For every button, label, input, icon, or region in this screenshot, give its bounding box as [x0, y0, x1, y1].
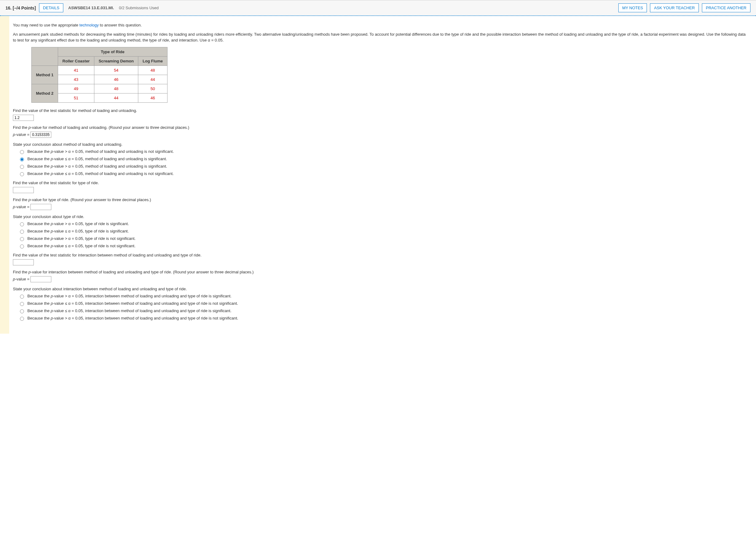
q9-option-label: Because the p-value > α = 0.05, interact… [27, 294, 231, 298]
q9-radio[interactable] [20, 317, 24, 321]
q6-option: Because the p-value ≤ α = 0.05, type of … [18, 243, 750, 248]
q6-option-label: Because the p-value ≤ α = 0.05, type of … [27, 229, 129, 233]
header-right: MY NOTES ASK YOUR TEACHER PRACTICE ANOTH… [618, 3, 750, 12]
q3-radio[interactable] [20, 150, 24, 154]
table-cell: 44 [138, 75, 167, 84]
row-method-1: Method 1 [32, 65, 58, 84]
q6-radio[interactable] [20, 230, 24, 234]
q6-radio[interactable] [20, 222, 24, 226]
q9-prompt: State your conclusion about interaction … [13, 287, 750, 291]
table-cell: 48 [138, 65, 167, 75]
pvalue-label-rest: -value = [15, 277, 30, 282]
row-method-2: Method 2 [32, 84, 58, 102]
ask-teacher-button[interactable]: ASK YOUR TEACHER [650, 3, 699, 12]
q8-input[interactable] [30, 276, 51, 282]
q3-option: Because the p-value > α = 0.05, method o… [18, 149, 750, 154]
col-screaming-demon: Screaming Demon [94, 56, 138, 65]
q6-radio[interactable] [20, 237, 24, 241]
q6-option-label: Because the p-value > α = 0.05, type of … [27, 221, 129, 226]
q6-option-label: Because the p-value ≤ α = 0.05, type of … [27, 243, 136, 248]
q4-prompt: Find the value of the test statistic for… [13, 180, 750, 185]
q6-option: Because the p-value > α = 0.05, type of … [18, 221, 750, 226]
q2-prompt: Find the p-value for method of loading a… [13, 125, 750, 130]
q9-radio[interactable] [20, 302, 24, 306]
q9-option: Because the p-value ≤ α = 0.05, interact… [18, 309, 750, 314]
practice-another-button[interactable]: PRACTICE ANOTHER [702, 3, 750, 12]
table-cell: 49 [58, 84, 94, 93]
q3-option: Because the p-value > α = 0.05, method o… [18, 164, 750, 169]
q3-option-label: Because the p-value ≤ α = 0.05, method o… [27, 171, 174, 176]
table-cell: 51 [58, 93, 94, 102]
question-body: You may need to use the appropriate tech… [9, 16, 756, 334]
header-left: 16. [–/4 Points] DETAILS ASWSBE14 13.E.0… [6, 3, 618, 12]
q7-prompt: Find the value of the test statistic for… [13, 253, 750, 257]
margin-highlight [0, 16, 9, 334]
q4-input[interactable] [13, 187, 34, 193]
q6-option-label: Because the p-value > α = 0.05, type of … [27, 236, 136, 241]
q3-radio[interactable] [20, 157, 24, 161]
tech-note: You may need to use the appropriate tech… [13, 22, 750, 28]
details-button[interactable]: DETAILS [39, 3, 63, 12]
q9-option-label: Because the p-value > α = 0.05, interact… [27, 316, 238, 321]
q3-option-label: Because the p-value > α = 0.05, method o… [27, 164, 167, 168]
q9-option: Because the p-value ≤ α = 0.05, interact… [18, 301, 750, 306]
q6-option: Because the p-value > α = 0.05, type of … [18, 236, 750, 241]
col-log-flume: Log Flume [138, 56, 167, 65]
pvalue-label-rest: -value = [15, 204, 30, 209]
q3-options: Because the p-value > α = 0.05, method o… [18, 149, 750, 176]
q3-option: Because the p-value ≤ α = 0.05, method o… [18, 171, 750, 176]
q9-option: Because the p-value > α = 0.05, interact… [18, 294, 750, 299]
table-cell: 46 [138, 93, 167, 102]
table-header-span: Type of Ride [58, 47, 167, 56]
col-roller-coaster: Roller Coaster [58, 56, 94, 65]
q9-radio[interactable] [20, 310, 24, 314]
table-cell: 41 [58, 65, 94, 75]
q3-option: Because the p-value ≤ α = 0.05, method o… [18, 156, 750, 161]
q5-input[interactable] [30, 204, 51, 210]
q3-radio[interactable] [20, 172, 24, 176]
q3-option-label: Because the p-value > α = 0.05, method o… [27, 149, 174, 154]
my-notes-button[interactable]: MY NOTES [618, 3, 647, 12]
q1-prompt: Find the value of the test statistic for… [13, 108, 750, 113]
q2-input[interactable] [30, 132, 51, 138]
data-table: Type of Ride Roller Coaster Screaming De… [31, 47, 167, 103]
table-cell: 44 [94, 93, 138, 102]
q7-input[interactable] [13, 259, 34, 265]
q6-prompt: State your conclusion about type of ride… [13, 214, 750, 219]
q9-option: Because the p-value > α = 0.05, interact… [18, 316, 750, 321]
q9-radio[interactable] [20, 295, 24, 299]
table-cell: 54 [94, 65, 138, 75]
q9-option-label: Because the p-value ≤ α = 0.05, interact… [27, 301, 238, 306]
q6-radio[interactable] [20, 244, 24, 248]
q6-options: Because the p-value > α = 0.05, type of … [18, 221, 750, 248]
technology-link[interactable]: technology [79, 23, 99, 27]
q5-prompt: Find the p-value for type of ride. (Roun… [13, 197, 750, 202]
table-cell: 46 [94, 75, 138, 84]
q3-radio[interactable] [20, 165, 24, 169]
table-cell: 48 [94, 84, 138, 93]
q3-prompt: State your conclusion about method of lo… [13, 142, 750, 147]
table-cell: 50 [138, 84, 167, 93]
q6-option: Because the p-value ≤ α = 0.05, type of … [18, 229, 750, 234]
q8-prompt: Find the p-value for interaction between… [13, 270, 750, 274]
question-header: 16. [–/4 Points] DETAILS ASWSBE14 13.E.0… [0, 0, 756, 16]
question-number: 16. [–/4 Points] [6, 6, 36, 10]
submissions-used: 0/2 Submissions Used [119, 6, 159, 10]
pvalue-label-rest: -value = [15, 132, 30, 137]
q9-option-label: Because the p-value ≤ α = 0.05, interact… [27, 309, 231, 313]
table-cell: 43 [58, 75, 94, 84]
q3-option-label: Because the p-value ≤ α = 0.05, method o… [27, 156, 167, 161]
question-reference: ASWSBE14 13.E.031.MI. [68, 6, 114, 10]
q9-options: Because the p-value > α = 0.05, interact… [18, 294, 750, 321]
problem-statement: An amusement park studied methods for de… [13, 31, 750, 43]
q1-input[interactable] [13, 115, 34, 121]
